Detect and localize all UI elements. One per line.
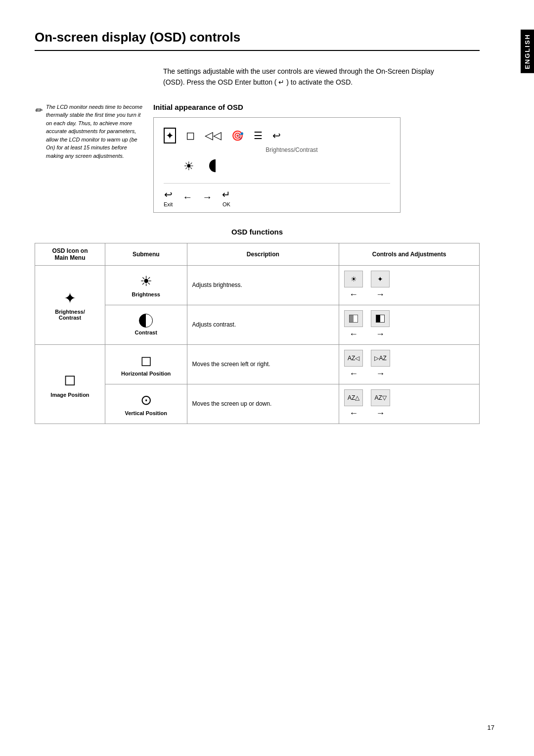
td-contrast-sub: Contrast: [105, 305, 187, 344]
osd-nav-row: ↩ Exit ← → ↵ OK: [164, 183, 390, 207]
ok-label: OK: [222, 201, 230, 207]
vertical-ctrl-left: AZ△ ←: [344, 389, 363, 419]
th-submenu: Submenu: [105, 243, 187, 265]
osd-menu-icons-row: ✦ ◻ ◁◁ 🎯 ☰ ↩: [164, 128, 390, 143]
td-vertical-sub: ⊙ Vertical Position: [105, 384, 187, 424]
osd-nav-right: →: [202, 191, 212, 204]
vertical-description: Moves the screen up or down.: [192, 400, 272, 407]
td-brightness-controls: ☀ ← ✦ →: [339, 265, 480, 305]
contrast-icon: [139, 314, 153, 328]
osd-sub-icons-row: ☀: [183, 159, 390, 173]
osd-functions-table: OSD Icon on Main Menu Submenu Descriptio…: [35, 243, 480, 424]
brightness-ctrl-sun-icon-r: ✦: [377, 275, 383, 283]
contrast-ctrl-icon-l: [349, 315, 358, 323]
brightness-label: Brightness: [132, 291, 160, 297]
osd-sub-contrast-icon: [209, 159, 222, 172]
td-brightness-sub: ☀ Brightness: [105, 265, 187, 305]
td-horizontal-sub: ◻ Horizontal Position: [105, 344, 187, 384]
vt-right-arrow: →: [376, 408, 385, 419]
contrast-ctrl-img-left: [344, 310, 363, 327]
brightness-ctrl-left: ☀ ←: [344, 271, 363, 300]
info-icon: ✏: [35, 104, 42, 117]
horizontal-ctrl-img-left: AZ◁: [344, 350, 363, 367]
th-controls: Controls and Adjustments: [339, 243, 480, 265]
left-arrow-icon: ←: [182, 191, 192, 203]
image-position-icon: ◻: [64, 371, 76, 388]
contrast-ctrl-img-right: [371, 310, 390, 327]
horizontal-icon: ◻: [140, 352, 152, 369]
contrast-label: Contrast: [135, 330, 157, 335]
side-tab-english: ENGLISH: [521, 30, 534, 73]
exit-icon: ↩: [164, 189, 173, 200]
contrast-right-arrow: →: [376, 329, 385, 339]
brightness-ctrl-img-left: ☀: [344, 271, 363, 287]
horizontal-submenu-wrapper: ◻ Horizontal Position: [110, 352, 182, 377]
intro-paragraph: The settings adjustable with the user co…: [163, 66, 450, 88]
td-vertical-controls: AZ△ ← AZ▽ →: [339, 384, 480, 424]
td-contrast-controls: ← →: [339, 305, 480, 344]
brightness-description: Adjusts brightness.: [192, 282, 242, 288]
hz-icon-l: AZ◁: [348, 355, 359, 362]
osd-preview-box: ✦ ◻ ◁◁ 🎯 ☰ ↩ Brightness/Contrast ☀: [153, 117, 400, 213]
right-arrow-icon: →: [202, 191, 212, 203]
contrast-ctrl-right: →: [371, 310, 390, 339]
osd-icon-image-position: ◻: [186, 129, 195, 142]
brightness-sun-icon: ☀: [140, 273, 152, 289]
right-arrow: →: [376, 289, 385, 300]
osd-icon-brightness-contrast: ✦: [164, 128, 176, 143]
horizontal-ctrl-left: AZ◁ ←: [344, 350, 363, 379]
horizontal-ctrl-img-right: ▷AZ: [371, 350, 390, 367]
td-image-position-main: ◻ Image Position: [35, 344, 105, 424]
two-col-section: ✏ The LCD monitor needs time to become t…: [35, 103, 480, 213]
table-row-brightness: ✦ Brightness/Contrast ☀ Brightness Adjus…: [35, 265, 480, 305]
osd-icon-audio: ◁◁: [205, 129, 222, 142]
th-main-menu: OSD Icon on Main Menu: [35, 243, 105, 265]
vertical-ctrl-img-left: AZ△: [344, 389, 363, 406]
vertical-controls-pair: AZ△ ← AZ▽ →: [344, 389, 474, 419]
vertical-submenu-wrapper: ⊙ Vertical Position: [110, 392, 182, 416]
enter-icon: ↵: [222, 189, 230, 200]
th-main-menu-line1: OSD Icon on: [52, 247, 88, 254]
image-position-label: Image Position: [50, 392, 89, 398]
left-arrow: ←: [349, 289, 358, 300]
brightness-contrast-sun-icon: ✦: [64, 289, 76, 307]
osd-icon-color: 🎯: [231, 130, 244, 142]
vertical-ctrl-img-right: AZ▽: [371, 389, 390, 406]
horizontal-ctrl-right: ▷AZ →: [371, 350, 390, 379]
note-text: The LCD monitor needs time to become the…: [46, 103, 143, 160]
brightness-controls-pair: ☀ ← ✦ →: [344, 271, 474, 300]
initial-osd-title: Initial appearance of OSD: [153, 103, 480, 111]
vt-left-arrow: ←: [349, 408, 358, 419]
td-horizontal-desc: Moves the screen left or right.: [187, 344, 339, 384]
vertical-icon: ⊙: [140, 392, 152, 408]
horizontal-description: Moves the screen left or right.: [192, 361, 270, 368]
page-number: 17: [488, 724, 494, 731]
td-brightness-contrast-main: ✦ Brightness/Contrast: [35, 265, 105, 344]
hz-icon-r: ▷AZ: [374, 355, 386, 362]
horizontal-label: Horizontal Position: [121, 371, 171, 377]
hz-right-arrow: →: [376, 369, 385, 379]
horizontal-controls-pair: AZ◁ ← ▷AZ →: [344, 350, 474, 379]
brightness-ctrl-img-right: ✦: [371, 271, 390, 287]
contrast-description: Adjusts contrast.: [192, 321, 236, 328]
td-brightness-desc: Adjusts brightness.: [187, 265, 339, 305]
contrast-ctrl-left: ←: [344, 310, 363, 339]
exit-label: Exit: [164, 201, 173, 207]
th-main-menu-line2: Main Menu: [54, 254, 85, 261]
contrast-controls-pair: ← →: [344, 310, 474, 339]
brightness-submenu-wrapper: ☀ Brightness: [110, 273, 182, 297]
td-contrast-desc: Adjusts contrast.: [187, 305, 339, 344]
td-vertical-desc: Moves the screen up or down.: [187, 384, 339, 424]
vertical-label: Vertical Position: [125, 410, 167, 416]
td-horizontal-controls: AZ◁ ← ▷AZ →: [339, 344, 480, 384]
osd-icon-menu: ☰: [254, 130, 263, 142]
vt-icon-l: AZ△: [348, 394, 359, 401]
table-header-row: OSD Icon on Main Menu Submenu Descriptio…: [35, 243, 480, 265]
osd-sub-brightness-icon: ☀: [183, 159, 194, 173]
vertical-ctrl-right: AZ▽ →: [371, 389, 390, 419]
contrast-submenu-wrapper: Contrast: [110, 314, 182, 335]
osd-functions-title: OSD functions: [35, 228, 480, 236]
brightness-contrast-icon-group: ✦ Brightness/Contrast: [40, 289, 100, 321]
initial-osd-section: Initial appearance of OSD ✦ ◻ ◁◁ 🎯 ☰ ↩ B…: [153, 103, 480, 213]
osd-nav-exit: ↩ Exit: [164, 189, 173, 207]
